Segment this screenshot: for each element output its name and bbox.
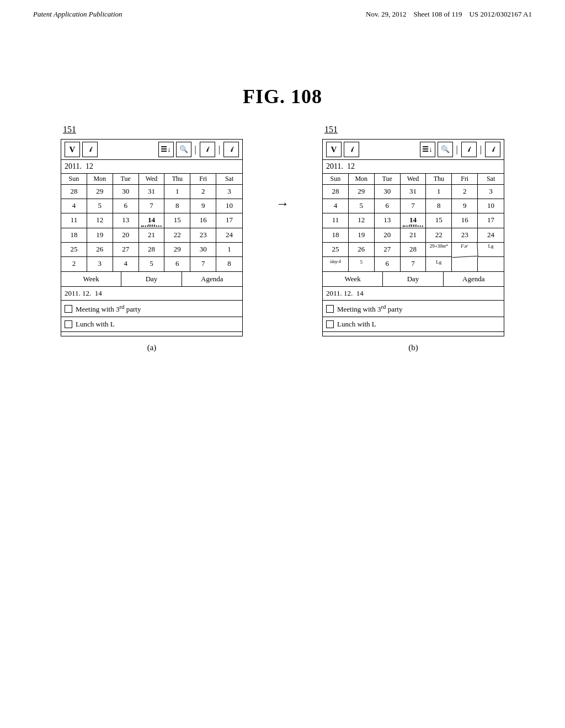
publication-label: Patent Application Publication bbox=[33, 10, 122, 19]
table-row bbox=[452, 257, 478, 271]
table-row: 17 bbox=[216, 213, 242, 228]
event-checkbox-a-1[interactable] bbox=[65, 305, 72, 313]
table-row: 7 bbox=[401, 257, 427, 271]
cal-days-b: Sun Mon Tue Wed Thu Fri Sat bbox=[323, 174, 504, 185]
table-row: 28 bbox=[323, 185, 349, 199]
event-checkbox-b-1[interactable] bbox=[326, 305, 334, 313]
table-row: 3 bbox=[216, 185, 242, 199]
table-row: 2 bbox=[190, 185, 216, 199]
event-text-b-1: Meeting with 3rd party bbox=[337, 303, 402, 314]
sub-label-b: (b) bbox=[322, 343, 504, 352]
cal-header-b: 2011. 12 bbox=[323, 160, 504, 174]
day-sun-a: Sun bbox=[61, 174, 87, 184]
table-row: 8 bbox=[164, 199, 190, 213]
event-row-b-1: Meeting with 3rd party bbox=[323, 300, 504, 317]
day-wed-a: Wed bbox=[139, 174, 165, 184]
table-row: 31 bbox=[139, 185, 165, 199]
table-row: 24 bbox=[216, 228, 242, 243]
table-row: 4 bbox=[113, 257, 139, 271]
week-btn-b[interactable]: Week bbox=[323, 272, 383, 286]
day-sat-a: Sat bbox=[216, 174, 242, 184]
separator2-b: | bbox=[480, 144, 482, 154]
table-row: 29 bbox=[87, 185, 113, 199]
day-thu-b: Thu bbox=[426, 174, 452, 184]
bottom-border-a bbox=[61, 331, 242, 336]
cal-days-a: Sun Mon Tue Wed Thu Fri Sat bbox=[61, 174, 242, 185]
separator-a: | bbox=[195, 144, 196, 154]
table-row: 10 bbox=[216, 199, 242, 213]
toolbar-a: V 𝒊 ☰↓ 🔍 | 𝒊 | 𝒊 bbox=[61, 140, 242, 160]
table-row: 27 bbox=[375, 243, 401, 257]
info-icon-a[interactable]: 𝒊 bbox=[82, 142, 98, 157]
table-row: 23 bbox=[452, 228, 478, 243]
table-row: 23 bbox=[190, 228, 216, 243]
table-row: 11 bbox=[61, 213, 87, 228]
table-row: 13 bbox=[113, 213, 139, 228]
event-text-a-1: Meeting with 3rd party bbox=[76, 303, 141, 314]
v-icon-a[interactable]: V bbox=[65, 142, 80, 157]
table-row: 9 bbox=[190, 199, 216, 213]
table-row: 28 bbox=[61, 185, 87, 199]
table-row: 2 bbox=[452, 185, 478, 199]
event-checkbox-b-2[interactable] bbox=[326, 320, 334, 328]
cal-grid-a: 28 29 30 31 1 2 3 4 5 6 7 8 9 10 11 12 1… bbox=[61, 185, 242, 271]
table-row: 3 bbox=[478, 185, 504, 199]
day-sun-b: Sun bbox=[323, 174, 349, 184]
patent-number: US 2012/0302167 A1 bbox=[470, 10, 532, 18]
table-row: 11 bbox=[323, 213, 349, 228]
event-text-b-2: Lunch with L bbox=[337, 320, 376, 329]
table-row: 16 bbox=[452, 213, 478, 228]
table-row: 20 bbox=[375, 228, 401, 243]
event-checkbox-a-2[interactable] bbox=[65, 320, 72, 328]
info2-icon-a[interactable]: 𝒊 bbox=[200, 142, 215, 157]
year-month-a: 2011. 12 bbox=[65, 162, 93, 170]
table-row: 29+30nt* bbox=[426, 243, 452, 257]
bottom-border-b bbox=[323, 331, 504, 336]
v-icon-b[interactable]: V bbox=[326, 142, 342, 157]
table-row: Lg bbox=[426, 257, 452, 271]
table-row: 29 bbox=[164, 243, 190, 257]
table-row[interactable]: 14 bbox=[401, 213, 427, 228]
table-row: 22 bbox=[426, 228, 452, 243]
table-row: 27 bbox=[113, 243, 139, 257]
info-icon-b[interactable]: 𝒊 bbox=[344, 142, 359, 157]
date-display-b: 2011. 12. 14 bbox=[323, 286, 504, 300]
table-row: Lg bbox=[478, 243, 504, 257]
info3-icon-b[interactable]: 𝒊 bbox=[485, 142, 500, 157]
cal-header-a: 2011. 12 bbox=[61, 160, 242, 174]
agenda-btn-a[interactable]: Agenda bbox=[182, 272, 242, 286]
info2-icon-b[interactable]: 𝒊 bbox=[461, 142, 477, 157]
event-text-a-2: Lunch with L bbox=[76, 320, 115, 329]
table-row: 8 bbox=[426, 199, 452, 213]
week-btn-a[interactable]: Week bbox=[61, 272, 121, 286]
search-icon-a[interactable]: 🔍 bbox=[176, 142, 191, 157]
table-row: 21 bbox=[401, 228, 427, 243]
day-fri-b: Fri bbox=[452, 174, 478, 184]
search-icon-b[interactable]: 🔍 bbox=[438, 142, 453, 157]
main-content: 151 V 𝒊 ☰↓ 🔍 | 𝒊 bbox=[0, 125, 565, 352]
table-row: 7 bbox=[190, 257, 216, 271]
table-row: 18 bbox=[323, 228, 349, 243]
table-row: 15 bbox=[164, 213, 190, 228]
search-down-icon-a[interactable]: ☰↓ bbox=[158, 142, 174, 157]
day-mon-b: Mon bbox=[349, 174, 375, 184]
table-row: 21 bbox=[139, 228, 165, 243]
table-row: 25 bbox=[61, 243, 87, 257]
transition-arrow: → bbox=[276, 196, 289, 211]
day-sat-b: Sat bbox=[478, 174, 504, 184]
calendar-widget-b: V 𝒊 ☰↓ 🔍 | 𝒊 | 𝒊 bbox=[322, 139, 504, 336]
search-down-icon-b[interactable]: ☰↓ bbox=[420, 142, 435, 157]
table-row: iday·4 bbox=[323, 257, 349, 271]
info3-icon-a[interactable]: 𝒊 bbox=[223, 142, 239, 157]
header-info: Nov. 29, 2012 Sheet 108 of 119 US 2012/0… bbox=[366, 10, 532, 19]
page-header: Patent Application Publication Nov. 29, … bbox=[0, 0, 565, 19]
table-row: 1 bbox=[164, 185, 190, 199]
agenda-btn-b[interactable]: Agenda bbox=[444, 272, 504, 286]
year-month-b: 2011. 12 bbox=[326, 162, 355, 170]
cal-nav-a: Week Day Agenda bbox=[61, 271, 242, 286]
day-btn-b[interactable]: Day bbox=[383, 272, 443, 286]
table-row[interactable]: 14 bbox=[139, 213, 165, 228]
day-btn-a[interactable]: Day bbox=[121, 272, 182, 286]
cal-grid-b: 28 29 30 31 1 2 3 4 5 6 7 8 9 10 11 12 1… bbox=[323, 185, 504, 271]
table-row: 12 bbox=[87, 213, 113, 228]
